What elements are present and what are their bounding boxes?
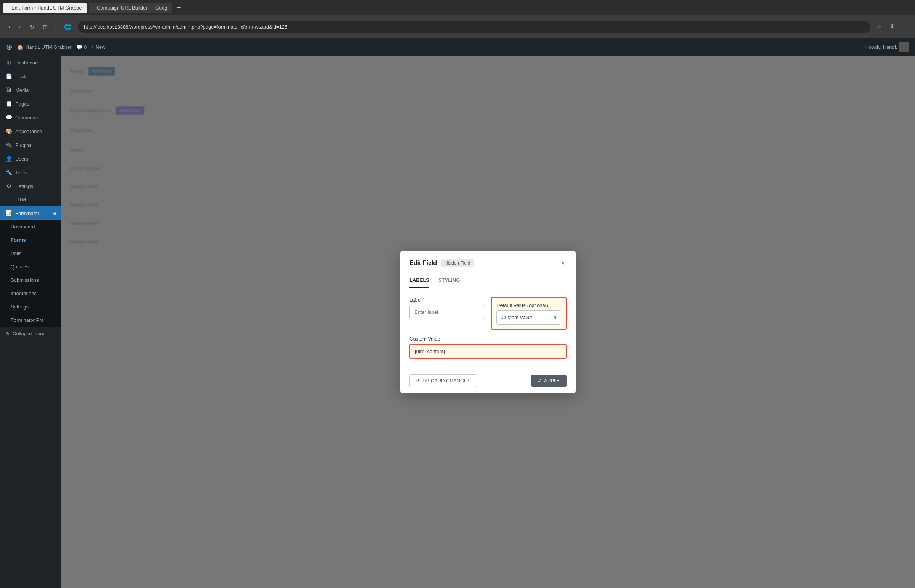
sidebar-item-media[interactable]: 🖼 Media bbox=[0, 83, 61, 97]
settings-icon: ⚙ bbox=[5, 183, 12, 189]
custom-value-form-group: Custom Value bbox=[410, 336, 567, 359]
sidebar-item-settings[interactable]: ⚙ Settings bbox=[0, 179, 61, 193]
forminator-icon: 📝 bbox=[5, 210, 12, 216]
modal-title: Edit Field bbox=[410, 260, 437, 267]
wp-topbar-right: Howdy, HandL bbox=[865, 42, 909, 52]
custom-value-input[interactable] bbox=[410, 344, 567, 359]
sidebar-item-plugins[interactable]: 🔌 Plugins bbox=[0, 138, 61, 152]
modal-header: Edit Field Hidden Field × bbox=[400, 251, 576, 269]
collapse-icon: ⊙ bbox=[5, 331, 10, 336]
sidebar-sub-integrations[interactable]: Integrations bbox=[0, 287, 61, 300]
discard-changes-button[interactable]: ↺ DISCARD CHANGES bbox=[410, 375, 477, 387]
appearance-icon: 🎨 bbox=[5, 128, 12, 134]
comments-bubble-icon: 💬 bbox=[76, 44, 83, 50]
sidebar-label-comments: Comments bbox=[15, 115, 39, 121]
wp-site-link[interactable]: 🏠 HandL UTM Grabber bbox=[17, 44, 72, 50]
sidebar-item-posts[interactable]: 📄 Posts bbox=[0, 69, 61, 83]
sidebar-sub-polls[interactable]: Polls bbox=[0, 247, 61, 260]
wp-new-link[interactable]: + New bbox=[91, 44, 105, 50]
dashboard-icon: ⊞ bbox=[5, 60, 12, 66]
sidebar-sub-label-submissions: Submissions bbox=[11, 277, 39, 283]
comments-count: 0 bbox=[84, 44, 87, 50]
wp-howdy: Howdy, HandL bbox=[865, 44, 897, 50]
apply-button[interactable]: ✓ APPLY bbox=[531, 375, 567, 387]
sidebar-sub-settings[interactable]: Settings bbox=[0, 300, 61, 313]
browser-tab-1[interactable]: Edit Form ‹ HandL UTM Grabbe ✕ bbox=[3, 3, 87, 13]
tab-labels[interactable]: LABELS bbox=[410, 273, 429, 288]
sidebar-collapse[interactable]: ⊙ Collapse menu bbox=[0, 327, 61, 340]
custom-value-label: Custom Value bbox=[410, 336, 567, 342]
label-input[interactable] bbox=[410, 305, 485, 319]
sidebar-item-dashboard[interactable]: ⊞ Dashboard bbox=[0, 56, 61, 69]
sidebar-sub-forminator-pro[interactable]: Forminator Pro bbox=[0, 313, 61, 327]
bookmark-button[interactable]: ☆ bbox=[874, 21, 884, 32]
download-button[interactable]: ⬇ bbox=[887, 21, 897, 32]
sidebar-sub-label-forminator-pro: Forminator Pro bbox=[11, 317, 44, 323]
edit-field-modal: Edit Field Hidden Field × LABELS STYLING… bbox=[400, 251, 576, 393]
tab-styling[interactable]: STYLING bbox=[439, 273, 460, 288]
sidebar-item-utm[interactable]: UTM bbox=[0, 193, 61, 206]
sidebar-label-utm: UTM bbox=[15, 197, 26, 202]
browser-tab-2[interactable]: Campaign URL Builder — Goog ✕ bbox=[89, 3, 172, 13]
discard-icon: ↺ bbox=[416, 378, 420, 384]
sidebar-item-users[interactable]: 👤 Users bbox=[0, 152, 61, 165]
url-bar[interactable] bbox=[78, 21, 870, 33]
sidebar-sub-label-polls: Polls bbox=[11, 250, 21, 256]
sidebar-label-appearance: Appearance bbox=[15, 129, 42, 134]
back-button[interactable]: ‹ bbox=[6, 21, 13, 32]
default-value-highlighted: Default Value (optional) Custom Value Ge… bbox=[491, 297, 567, 330]
sidebar-item-comments[interactable]: 💬 Comments bbox=[0, 111, 61, 124]
sidebar-label-tools: Tools bbox=[15, 170, 27, 175]
new-tab-button[interactable]: + bbox=[174, 2, 184, 13]
comments-icon: 💬 bbox=[5, 115, 12, 121]
sidebar-sub-label-integrations: Integrations bbox=[11, 291, 37, 296]
sidebar-collapse-label: Collapse menu bbox=[13, 331, 46, 336]
sidebar-label-posts: Posts bbox=[15, 74, 28, 79]
discard-label: DISCARD CHANGES bbox=[423, 378, 470, 384]
tab-1-label: Edit Form ‹ HandL UTM Grabbe bbox=[11, 5, 82, 11]
sidebar-sub-label-settings: Settings bbox=[11, 304, 29, 310]
sidebar-item-tools[interactable]: 🔧 Tools bbox=[0, 165, 61, 179]
sidebar-item-appearance[interactable]: 🎨 Appearance bbox=[0, 124, 61, 138]
modal-footer: ↺ DISCARD CHANGES ✓ APPLY bbox=[400, 368, 576, 393]
wp-topbar: ⊕ 🏠 HandL UTM Grabber 💬 0 + New Howdy, H… bbox=[0, 38, 915, 56]
browser-chrome: Edit Form ‹ HandL UTM Grabbe ✕ Campaign … bbox=[0, 0, 915, 38]
tab-2-label: Campaign URL Builder — Goog bbox=[97, 5, 167, 11]
modal-body: Label Default Value (optional) Custom Va… bbox=[400, 288, 576, 368]
sidebar-item-forminator[interactable]: 📝 Forminator ◀ bbox=[0, 206, 61, 220]
extensions-button[interactable]: 🌐 bbox=[62, 21, 74, 33]
default-value-select[interactable]: Custom Value Get Value from URL paramete… bbox=[496, 310, 561, 325]
default-value-label: Default Value (optional) bbox=[496, 302, 561, 308]
apply-label: APPLY bbox=[544, 378, 560, 384]
sidebar-label-settings: Settings bbox=[15, 183, 33, 189]
sidebar-label-media: Media bbox=[15, 87, 29, 93]
sidebar-sub-label-forms: Forms bbox=[11, 237, 26, 243]
modal-form-row: Label Default Value (optional) Custom Va… bbox=[410, 297, 567, 330]
forward-button[interactable]: › bbox=[16, 21, 23, 32]
sidebar-sub-dashboard[interactable]: Dashboard bbox=[0, 220, 61, 233]
forminator-chevron-icon: ◀ bbox=[53, 211, 56, 215]
sidebar-sub: Dashboard Forms Polls Quizzes Submission… bbox=[0, 220, 61, 327]
modal-overlay: Edit Field Hidden Field × LABELS STYLING… bbox=[61, 56, 915, 588]
sidebar-sub-submissions[interactable]: Submissions bbox=[0, 273, 61, 287]
wp-site-name: HandL UTM Grabber bbox=[26, 44, 72, 50]
modal-close-button[interactable]: × bbox=[559, 258, 567, 269]
sidebar-item-pages[interactable]: 📋 Pages bbox=[0, 97, 61, 111]
home-button[interactable]: ⊞ bbox=[40, 21, 50, 33]
browser-address-bar: ‹ › ↻ ⊞ | 🌐 ☆ ⬇ ≡ bbox=[0, 15, 915, 38]
default-value-select-wrapper: Custom Value Get Value from URL paramete… bbox=[496, 310, 561, 325]
sidebar-sub-quizzes[interactable]: Quizzes bbox=[0, 260, 61, 273]
menu-button[interactable]: ≡ bbox=[901, 21, 909, 32]
wp-avatar[interactable] bbox=[899, 42, 909, 52]
wp-comments-link[interactable]: 💬 0 bbox=[76, 44, 87, 50]
label-field-label: Label bbox=[410, 297, 485, 303]
main-content: Fields Add Field Behaviour Email Notific… bbox=[61, 56, 915, 588]
pages-icon: 📋 bbox=[5, 101, 12, 107]
wp-logo[interactable]: ⊕ bbox=[6, 42, 13, 52]
sidebar-label-forminator: Forminator bbox=[15, 210, 39, 216]
reload-button[interactable]: ↻ bbox=[27, 21, 37, 33]
sidebar-sub-forms[interactable]: Forms bbox=[0, 233, 61, 247]
posts-icon: 📄 bbox=[5, 73, 12, 79]
modal-tabs: LABELS STYLING bbox=[400, 273, 576, 288]
plugins-icon: 🔌 bbox=[5, 142, 12, 148]
